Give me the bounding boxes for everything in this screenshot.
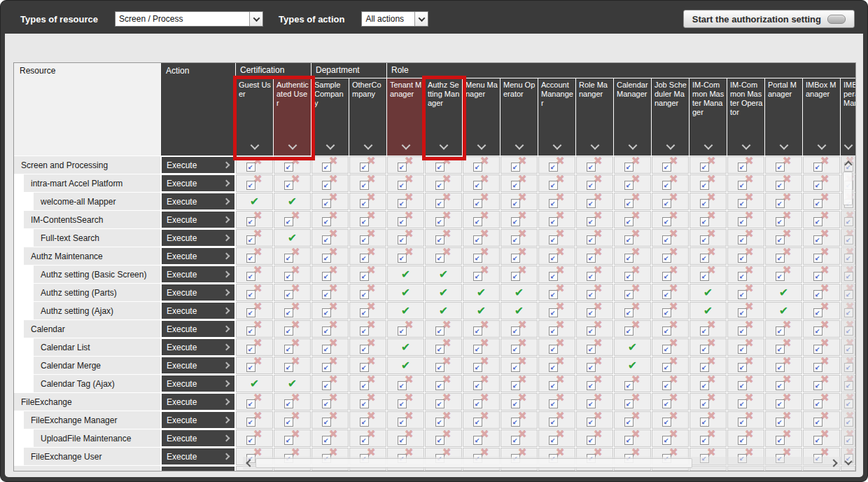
permission-cell[interactable]: ✖↙ bbox=[652, 211, 689, 228]
permission-cell[interactable]: ✖↙ bbox=[425, 247, 462, 265]
permission-cell[interactable]: ✔ bbox=[387, 338, 424, 356]
permission-cell[interactable]: ✖↙ bbox=[652, 320, 689, 338]
permission-cell[interactable]: ✖↙ bbox=[652, 429, 689, 447]
permission-cell[interactable]: ✖↙ bbox=[652, 156, 689, 174]
permission-cell[interactable]: ✔ bbox=[690, 302, 727, 319]
permission-cell[interactable]: ✖↙ bbox=[576, 174, 613, 192]
permission-cell[interactable]: ✖↙ bbox=[274, 338, 311, 356]
permission-cell[interactable]: ✖↙ bbox=[765, 156, 802, 174]
permission-cell[interactable]: ✖↙ bbox=[765, 393, 802, 411]
permission-cell[interactable]: ✖↙ bbox=[614, 320, 651, 338]
permission-cell[interactable]: ✖↙ bbox=[387, 320, 424, 338]
execute-button[interactable]: Execute bbox=[162, 157, 234, 173]
permission-cell[interactable]: ✖↙ bbox=[576, 357, 613, 374]
permission-cell[interactable]: ✖↙ bbox=[727, 429, 764, 447]
permission-cell[interactable]: ✖↙ bbox=[387, 156, 424, 174]
permission-cell[interactable]: ✖↙ bbox=[765, 375, 802, 392]
permission-cell[interactable]: ✖↙ bbox=[727, 229, 764, 247]
column-header[interactable]: IMBox Operation Manager bbox=[841, 78, 855, 156]
execute-button[interactable]: Execute bbox=[162, 303, 234, 319]
permission-cell[interactable]: ✖↙ bbox=[690, 393, 727, 411]
permission-cell[interactable]: ✔ bbox=[614, 338, 651, 356]
permission-cell[interactable]: ✖↙ bbox=[614, 393, 651, 411]
execute-button[interactable]: Execute bbox=[162, 266, 234, 282]
permission-cell[interactable]: ✔ bbox=[387, 357, 424, 374]
permission-cell[interactable]: ✖↙ bbox=[387, 247, 424, 265]
permission-cell[interactable]: ✖↙ bbox=[349, 411, 386, 429]
permission-cell[interactable]: ✖↙ bbox=[463, 193, 500, 210]
permission-cell[interactable]: ✔ bbox=[463, 302, 500, 319]
dropdown-arrow-icon[interactable] bbox=[414, 12, 428, 26]
permission-cell[interactable]: ✖↙ bbox=[463, 211, 500, 228]
chevron-down-icon[interactable] bbox=[516, 139, 522, 151]
permission-cell[interactable]: ✖↙ bbox=[387, 429, 424, 447]
permission-cell[interactable]: ✖↙ bbox=[274, 247, 311, 265]
permission-cell[interactable]: ✖↙ bbox=[463, 429, 500, 447]
column-header[interactable]: Menu Manager bbox=[463, 78, 500, 156]
permission-cell[interactable]: ✖↙ bbox=[312, 375, 349, 392]
chevron-down-icon[interactable] bbox=[818, 139, 825, 151]
permission-cell[interactable]: ✖↙ bbox=[727, 174, 764, 192]
permission-cell[interactable]: ✖↙ bbox=[690, 229, 727, 247]
execute-button[interactable] bbox=[162, 467, 234, 471]
column-header[interactable]: Account Mananger bbox=[538, 78, 575, 156]
column-header[interactable]: IM-Common Master Manager bbox=[690, 78, 727, 156]
permission-cell[interactable]: ✖↙ bbox=[690, 375, 727, 392]
permission-cell[interactable]: ✖↙ bbox=[500, 338, 538, 356]
permission-cell[interactable]: ✖↙ bbox=[576, 193, 613, 210]
scroll-up-icon[interactable] bbox=[841, 159, 855, 170]
column-header[interactable]: Tenant Manager bbox=[387, 78, 424, 156]
permission-cell[interactable]: ✖↙ bbox=[690, 211, 727, 228]
execute-button[interactable]: Execute bbox=[162, 321, 234, 337]
permission-cell[interactable]: ✖↙ bbox=[463, 266, 500, 283]
permission-cell[interactable]: ✖↙ bbox=[236, 266, 273, 283]
permission-cell[interactable]: ✖↙ bbox=[236, 302, 273, 319]
permission-cell[interactable]: ✖↙ bbox=[614, 302, 651, 319]
chevron-down-icon[interactable] bbox=[705, 139, 711, 151]
permission-cell[interactable]: ✖↙ bbox=[614, 284, 651, 301]
permission-cell[interactable]: ✖↙ bbox=[614, 411, 651, 429]
permission-cell[interactable]: ✖↙ bbox=[765, 320, 802, 338]
permission-cell[interactable]: ✖↙ bbox=[349, 375, 386, 392]
permission-cell[interactable]: ✖↙ bbox=[765, 429, 802, 447]
permission-cell[interactable]: ✖↙ bbox=[727, 156, 764, 174]
permission-cell[interactable]: ✖↙ bbox=[576, 338, 613, 356]
dropdown-arrow-icon[interactable] bbox=[249, 12, 262, 26]
permission-cell[interactable]: ✖↙ bbox=[576, 375, 613, 392]
permission-cell[interactable]: ✖↙ bbox=[349, 284, 386, 301]
chevron-down-icon[interactable] bbox=[289, 139, 295, 151]
permission-cell[interactable]: ✔ bbox=[500, 284, 538, 301]
permission-cell[interactable]: ✖↙ bbox=[236, 429, 273, 447]
permission-cell[interactable]: ✖↙ bbox=[236, 229, 273, 247]
start-authorization-button[interactable]: Start the authorization setting bbox=[683, 10, 855, 28]
permission-cell[interactable]: ✖↙ bbox=[538, 229, 575, 247]
permission-cell[interactable]: ✖↙ bbox=[349, 393, 386, 411]
permission-cell[interactable]: ✖↙ bbox=[463, 174, 500, 192]
permission-cell[interactable]: ✖↙ bbox=[349, 302, 386, 319]
column-header[interactable]: Role Mananger bbox=[576, 78, 613, 156]
permission-cell[interactable]: ✖↙ bbox=[803, 156, 840, 174]
column-header[interactable]: Job Scheduler Mananger bbox=[652, 78, 689, 156]
permission-cell[interactable]: ✖↙ bbox=[690, 429, 727, 447]
permission-cell[interactable]: ✖↙ bbox=[312, 229, 349, 247]
permission-cell[interactable]: ✖↙ bbox=[500, 320, 538, 338]
permission-cell[interactable]: ✖↙ bbox=[652, 266, 689, 283]
permission-cell[interactable]: ✖↙ bbox=[803, 211, 840, 228]
permission-cell[interactable]: ✖↙ bbox=[312, 429, 349, 447]
permission-cell[interactable]: ✖↙ bbox=[463, 156, 500, 174]
permission-cell[interactable]: ✖↙ bbox=[576, 247, 613, 265]
scroll-left-icon[interactable] bbox=[244, 457, 255, 469]
chevron-down-icon[interactable] bbox=[402, 139, 409, 151]
permission-cell[interactable]: ✖↙ bbox=[652, 229, 689, 247]
permission-cell[interactable]: ✖↙ bbox=[576, 429, 613, 447]
permission-cell[interactable]: ✖↙ bbox=[387, 211, 424, 228]
permission-cell[interactable]: ✖↙ bbox=[349, 266, 386, 283]
permission-cell[interactable]: ✔ bbox=[500, 302, 538, 319]
permission-cell[interactable]: ✔ bbox=[690, 284, 727, 301]
chevron-down-icon[interactable] bbox=[780, 139, 787, 151]
permission-cell[interactable]: ✖↙ bbox=[576, 156, 613, 174]
execute-button[interactable]: Execute bbox=[162, 430, 234, 446]
permission-cell[interactable]: ✖↙ bbox=[236, 393, 273, 411]
permission-cell[interactable]: ✖↙ bbox=[274, 156, 311, 174]
permission-cell[interactable]: ✖↙ bbox=[349, 174, 386, 192]
